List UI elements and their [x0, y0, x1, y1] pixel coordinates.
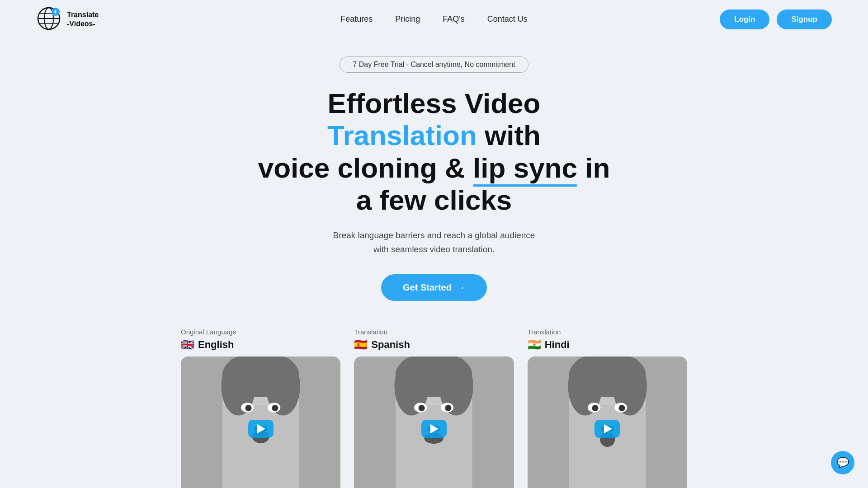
demo-english: Original Language 🇬🇧 English — [181, 328, 340, 488]
english-lang-name: 🇬🇧 English — [181, 338, 340, 351]
hero-subtitle: Break language barriers and reach a glob… — [333, 229, 535, 256]
svg-rect-21 — [396, 405, 472, 488]
english-video-card[interactable] — [181, 357, 340, 488]
chat-icon: 💬 — [837, 457, 849, 469]
login-button[interactable]: Login — [720, 9, 769, 29]
svg-point-39 — [592, 405, 598, 411]
hero-subtitle-line1: Break language barriers and reach a glob… — [333, 230, 535, 240]
trial-badge: 7 Day Free Trial - Cancel anytime, No co… — [340, 56, 528, 73]
chat-bubble[interactable]: 💬 — [831, 451, 854, 474]
hindi-section-label: Translation — [528, 328, 687, 336]
english-flag: 🇬🇧 — [181, 338, 194, 351]
nav-pricing[interactable]: Pricing — [395, 14, 420, 24]
language-demos: Original Language 🇬🇧 English — [0, 328, 868, 488]
get-started-arrow: → — [456, 282, 465, 293]
svg-point-16 — [272, 405, 278, 411]
hero-title-part2: with — [477, 120, 541, 151]
brand-name-line2: -Videos- — [67, 19, 99, 28]
spanish-video-card[interactable] — [354, 357, 514, 488]
hindi-flag: 🇮🇳 — [528, 338, 541, 351]
get-started-button[interactable]: Get Started → — [381, 274, 487, 301]
hindi-play-icon — [604, 424, 612, 433]
hero-title-highlight: Translation — [327, 120, 477, 151]
hindi-language: Hindi — [545, 339, 570, 351]
brand-name-line1: Translate — [67, 10, 99, 19]
signup-button[interactable]: Signup — [777, 9, 832, 29]
spanish-play-button[interactable] — [421, 420, 447, 438]
logo-icon: ✦ — [36, 6, 63, 33]
hero-subtitle-line2: with seamless video translation. — [373, 244, 495, 254]
hero-title-underline: lip sync — [473, 152, 577, 184]
svg-text:✦: ✦ — [53, 9, 57, 14]
english-section-label: Original Language — [181, 328, 340, 336]
svg-point-28 — [445, 405, 452, 411]
nav-features[interactable]: Features — [340, 14, 373, 24]
navbar: ✦ Translate -Videos- Features Pricing FA… — [0, 0, 868, 38]
hindi-lang-name: 🇮🇳 Hindi — [528, 338, 687, 351]
svg-point-15 — [245, 405, 252, 411]
hindi-play-button[interactable] — [594, 420, 620, 438]
spanish-section-label: Translation — [354, 328, 514, 336]
english-play-button[interactable] — [248, 420, 274, 438]
hero-title-part1: Effortless Video — [328, 88, 541, 119]
svg-rect-9 — [222, 405, 299, 488]
spanish-language: Spanish — [371, 339, 410, 351]
nav-contact[interactable]: Contact Us — [487, 14, 528, 24]
english-play-icon — [257, 424, 265, 433]
nav-actions: Login Signup — [720, 9, 832, 29]
english-language: English — [198, 339, 234, 351]
nav-links: Features Pricing FAQ's Contact Us — [340, 14, 528, 24]
spanish-flag: 🇪🇸 — [354, 338, 368, 351]
svg-point-40 — [618, 405, 625, 411]
hero-title-line2-pre: voice cloning & — [258, 152, 473, 183]
logo[interactable]: ✦ Translate -Videos- — [36, 6, 99, 33]
nav-faqs[interactable]: FAQ's — [443, 14, 464, 24]
demo-hindi: Translation 🇮🇳 Hindi — [528, 328, 687, 488]
hero-title: Effortless Video Translation with voice … — [258, 87, 610, 216]
spanish-play-icon — [430, 424, 439, 433]
main-content: 7 Day Free Trial - Cancel anytime, No co… — [0, 38, 868, 488]
get-started-label: Get Started — [403, 282, 452, 293]
hindi-video-card[interactable] — [528, 357, 687, 488]
svg-point-27 — [419, 405, 425, 411]
spanish-lang-name: 🇪🇸 Spanish — [354, 338, 514, 351]
demo-spanish: Translation 🇪🇸 Spanish — [354, 328, 514, 488]
